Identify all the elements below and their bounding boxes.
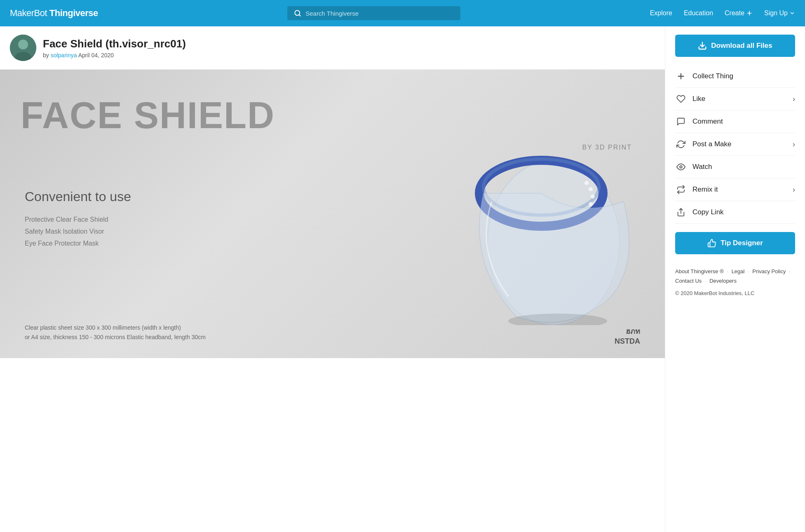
shield-svg (434, 119, 640, 325)
thumbs-up-icon (707, 239, 716, 248)
logo[interactable]: MakerBot Thingiverse (10, 8, 98, 19)
plus-icon (746, 10, 753, 16)
svg-point-10 (584, 181, 589, 185)
download-button[interactable]: Download all Files (675, 35, 795, 57)
svg-point-18 (680, 166, 682, 168)
remix-arrow: › (793, 185, 795, 194)
heart-icon (676, 94, 685, 103)
chevron-down-icon (789, 10, 795, 16)
plus-collect-icon (676, 72, 685, 81)
logo-text: MakerBot Thingiverse (10, 8, 98, 19)
collect-thing-button[interactable]: Collect Thing (675, 65, 795, 88)
thing-title: Face Shield (th.visor_nrc01) (43, 37, 186, 50)
nav-education[interactable]: Education (684, 9, 713, 17)
like-arrow: › (793, 95, 795, 103)
tip-designer-button[interactable]: Tip Designer (675, 232, 795, 254)
header-nav: Explore Education Create Sign Up (650, 9, 795, 17)
privacy-link[interactable]: Privacy Policy (752, 268, 786, 274)
contact-link[interactable]: Contact Us (675, 278, 702, 284)
thing-image: FACE SHIELD BY 3D PRINT Convenient to us… (0, 70, 665, 358)
copyright: © 2020 MakerBot Industries, LLC (675, 288, 795, 298)
post-make-icon (676, 140, 685, 149)
footer-links: About Thingiverse ® · Legal · Privacy Po… (675, 267, 795, 298)
svg-point-11 (589, 187, 593, 191)
legal-link[interactable]: Legal (732, 268, 745, 274)
about-link[interactable]: About Thingiverse ® (675, 268, 724, 274)
sidebar: Download all Files Collect Thing Like › (665, 26, 805, 532)
thing-header: Face Shield (th.visor_nrc01) by solparin… (0, 26, 665, 70)
post-make-arrow: › (793, 140, 795, 149)
post-make-button[interactable]: Post a Make › (675, 133, 795, 156)
svg-point-13 (589, 202, 593, 206)
content-area: Face Shield (th.visor_nrc01) by solparin… (0, 26, 665, 532)
eye-icon (676, 162, 685, 171)
svg-point-12 (591, 195, 595, 199)
search-icon (294, 9, 301, 17)
search-input[interactable] (305, 10, 454, 17)
image-title: FACE SHIELD (21, 94, 275, 137)
avatar (10, 35, 36, 61)
download-icon (698, 41, 707, 50)
header: MakerBot Thingiverse Explore Education C… (0, 0, 805, 26)
developers-link[interactable]: Developers (709, 278, 737, 284)
comment-button[interactable]: Comment (675, 110, 795, 133)
convenient-text: Convenient to use (25, 189, 131, 204)
thing-meta: by solparinya April 04, 2020 (43, 52, 186, 59)
nstda-logo: ฮภทNSTDA (615, 325, 640, 346)
remix-icon (676, 185, 685, 194)
author-link[interactable]: solparinya (51, 52, 77, 59)
nav-signup[interactable]: Sign Up (764, 9, 795, 17)
svg-line-1 (299, 14, 300, 16)
watch-button[interactable]: Watch (675, 156, 795, 178)
like-button[interactable]: Like › (675, 88, 795, 110)
search-bar[interactable] (287, 6, 460, 20)
nav-create[interactable]: Create (725, 9, 753, 17)
copy-link-button[interactable]: Copy Link (675, 201, 795, 224)
comment-icon (676, 117, 685, 126)
nav-explore[interactable]: Explore (650, 9, 672, 17)
remix-button[interactable]: Remix it › (675, 178, 795, 201)
specs: Clear plastic sheet size 300 x 300 milli… (25, 323, 206, 342)
main-content: Face Shield (th.visor_nrc01) by solparin… (0, 26, 805, 532)
copy-link-icon (676, 208, 685, 217)
svg-point-5 (18, 40, 28, 49)
bullet-list: Protective Clear Face Shield Safety Mask… (25, 214, 108, 249)
avatar-image (10, 35, 36, 61)
